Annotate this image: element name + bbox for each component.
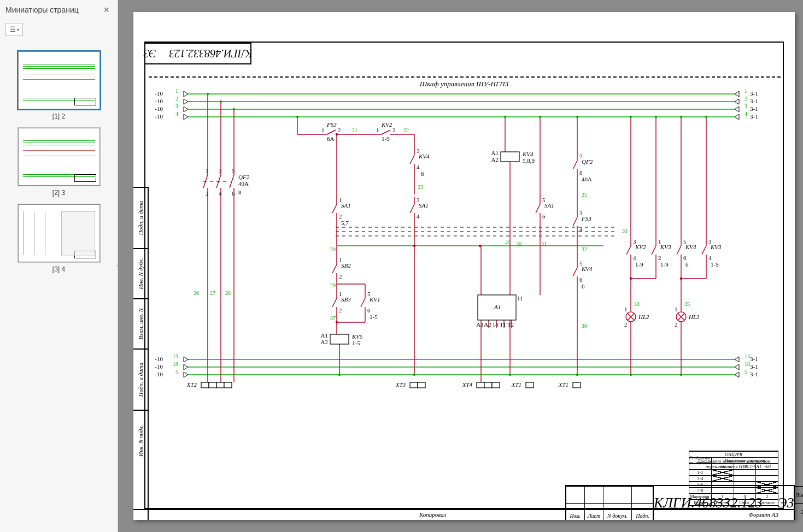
svg-text:2: 2 <box>339 307 342 314</box>
document-viewport[interactable]: КЛГИ.468332.123 Э3 Шкаф управления ШУ-НГ… <box>118 0 803 532</box>
svg-text:A2: A2 <box>321 339 328 345</box>
svg-text:T2: T2 <box>507 321 514 328</box>
svg-text:4: 4 <box>633 255 636 261</box>
rev-cell: Подп. и дата <box>133 187 148 248</box>
svg-point-86 <box>705 116 707 118</box>
svg-marker-2 <box>735 91 739 97</box>
svg-text:XT1: XT1 <box>511 381 521 388</box>
svg-text:KV4: KV4 <box>581 265 593 272</box>
svg-text:KV4: KV4 <box>418 153 430 159</box>
svg-text:13: 13 <box>173 353 178 359</box>
svg-text:1: 1 <box>175 88 178 94</box>
svg-point-84 <box>680 116 682 118</box>
tb-sheet-label: Лист <box>795 486 803 503</box>
rev-cell: Инв. N дубл. <box>133 248 148 298</box>
svg-text:FS3: FS3 <box>326 121 337 128</box>
close-panel-button[interactable]: ✕ <box>101 3 112 16</box>
svg-text:36: 36 <box>582 323 587 329</box>
svg-text:1-9: 1-9 <box>382 135 390 142</box>
svg-text:5: 5 <box>745 369 747 375</box>
svg-text:4: 4 <box>417 164 420 170</box>
svg-text:4: 4 <box>579 226 583 233</box>
svg-text:6: 6 <box>542 213 546 220</box>
svg-text:32: 32 <box>582 246 587 252</box>
svg-text:35: 35 <box>684 301 690 307</box>
svg-text:18: 18 <box>173 361 178 367</box>
svg-rect-176 <box>526 382 534 388</box>
svg-text:40A: 40A <box>582 176 592 182</box>
svg-text:11: 11 <box>517 295 523 302</box>
svg-text:8: 8 <box>238 189 242 196</box>
svg-point-80 <box>630 116 632 118</box>
svg-marker-19 <box>184 372 188 377</box>
svg-point-68 <box>413 374 415 376</box>
svg-text:1-9: 1-9 <box>660 261 669 268</box>
svg-text:1-5: 1-5 <box>370 314 378 320</box>
svg-text:24: 24 <box>505 239 511 245</box>
svg-line-111 <box>327 130 336 134</box>
svg-point-29 <box>220 101 222 103</box>
svg-text:KV4: KV4 <box>522 151 534 157</box>
svg-text:1: 1 <box>206 167 209 174</box>
svg-text:20: 20 <box>330 246 336 252</box>
svg-text:1-10: 1-10 <box>155 113 163 120</box>
thumbnail-label: [1] 2 <box>52 113 65 120</box>
list-icon: ☰ <box>10 26 16 33</box>
svg-text:1-9: 1-9 <box>635 261 643 268</box>
svg-rect-108 <box>216 382 224 388</box>
svg-text:37: 37 <box>330 315 336 321</box>
svg-rect-107 <box>209 382 216 388</box>
svg-text:KV2: KV2 <box>381 121 392 128</box>
svg-line-213 <box>677 246 681 255</box>
svg-text:2: 2 <box>206 190 209 197</box>
svg-text:1: 1 <box>321 127 325 133</box>
svg-text:6: 6 <box>421 170 424 177</box>
svg-text:18: 18 <box>745 361 750 367</box>
svg-text:22: 22 <box>403 127 409 133</box>
thumbnails-panel: Миниатюры страниц ✕ ☰▾ [1] 2[2] 3[3] 4 <box>0 0 118 532</box>
svg-text:1-10: 1-10 <box>155 90 163 97</box>
page: КЛГИ.468332.123 Э3 Шкаф управления ШУ-НГ… <box>133 12 795 520</box>
svg-text:23: 23 <box>418 184 423 190</box>
svg-text:1: 1 <box>675 306 678 312</box>
thumbnails-options-button[interactable]: ☰▾ <box>5 23 23 36</box>
svg-rect-173 <box>410 382 418 388</box>
svg-text:KV1: KV1 <box>369 296 380 303</box>
svg-point-94 <box>680 277 682 280</box>
svg-text:KV3: KV3 <box>710 244 722 250</box>
svg-text:SB3: SB3 <box>341 296 351 303</box>
svg-text:SA1: SA1 <box>341 202 351 209</box>
svg-text:2: 2 <box>175 96 178 102</box>
svg-text:XT4: XT4 <box>462 381 473 388</box>
svg-text:27: 27 <box>210 290 215 296</box>
svg-text:4: 4 <box>417 213 420 220</box>
svg-text:A2: A2 <box>491 156 499 163</box>
svg-marker-20 <box>735 372 739 377</box>
svg-marker-10 <box>184 114 188 120</box>
svg-text:3: 3 <box>745 103 747 109</box>
svg-text:6: 6 <box>367 307 371 314</box>
thumbnail[interactable] <box>18 128 100 186</box>
svg-text:SA1: SA1 <box>419 202 429 209</box>
svg-line-162 <box>361 298 365 307</box>
svg-text:1: 1 <box>745 88 747 94</box>
svg-text:26: 26 <box>194 290 199 296</box>
svg-text:SA1: SA1 <box>544 202 554 209</box>
svg-line-118 <box>382 130 390 134</box>
thumbnail[interactable] <box>18 204 100 262</box>
footer-format: Формат А3 <box>732 510 795 520</box>
svg-text:5,7: 5,7 <box>341 220 349 226</box>
svg-text:3-1: 3-1 <box>750 98 758 104</box>
svg-line-131 <box>332 204 337 213</box>
svg-text:40A: 40A <box>238 180 249 187</box>
schematic: 12FS36A12KV21-934KV412SA15,734SA156SA112… <box>155 87 767 404</box>
svg-line-103 <box>230 175 234 188</box>
thumbnail[interactable] <box>18 51 100 109</box>
svg-text:2: 2 <box>338 127 341 133</box>
svg-text:2: 2 <box>675 321 678 328</box>
svg-text:3-1: 3-1 <box>750 363 758 370</box>
svg-text:QF2: QF2 <box>238 174 250 180</box>
svg-rect-175 <box>501 152 519 162</box>
svg-text:29: 29 <box>330 282 336 288</box>
svg-point-34 <box>296 116 298 118</box>
